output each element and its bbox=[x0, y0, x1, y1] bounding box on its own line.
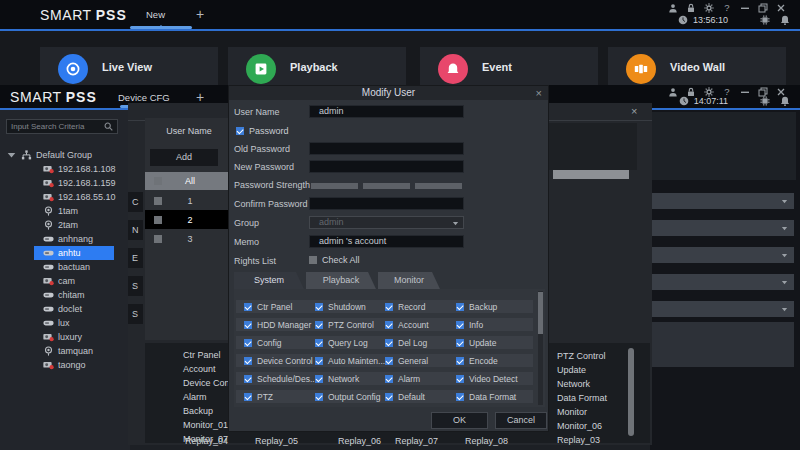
tree-item-cam[interactable]: cam bbox=[34, 274, 114, 288]
right-default[interactable]: Default bbox=[385, 392, 425, 402]
right-network[interactable]: Network bbox=[315, 374, 359, 384]
help-icon[interactable]: ? bbox=[722, 3, 732, 13]
chevron-down-icon[interactable] bbox=[6, 150, 17, 160]
right-checkbox[interactable] bbox=[244, 357, 252, 365]
tree-item-lux[interactable]: lux bbox=[34, 316, 114, 330]
rights-tab-playback[interactable]: Playback bbox=[306, 272, 376, 289]
cancel-button[interactable]: Cancel bbox=[495, 412, 547, 429]
right-ctr-panel[interactable]: Ctr Panel bbox=[244, 302, 292, 312]
right-checkbox[interactable] bbox=[456, 303, 464, 311]
user-icon[interactable] bbox=[668, 3, 678, 13]
tree-item-chitam[interactable]: chitam bbox=[34, 288, 114, 302]
user-row-2[interactable]: 2 bbox=[145, 210, 228, 229]
tree-root[interactable]: Default Group bbox=[0, 148, 130, 162]
right-del-log[interactable]: Del Log bbox=[385, 338, 427, 348]
user-row-3[interactable]: 3 bbox=[145, 229, 228, 248]
username-input[interactable]: admin bbox=[309, 105, 464, 118]
chevron-down-icon[interactable] bbox=[452, 220, 459, 227]
tree-item-doclet[interactable]: doclet bbox=[34, 302, 114, 316]
dropdown-field[interactable] bbox=[652, 193, 794, 209]
partial-button[interactable]: S bbox=[128, 304, 143, 324]
search-icon[interactable] bbox=[104, 122, 113, 131]
right-checkbox[interactable] bbox=[315, 375, 323, 383]
tree-item-luxury[interactable]: luxury bbox=[34, 330, 114, 344]
chevron-down-icon[interactable] bbox=[781, 306, 788, 313]
lock-icon[interactable] bbox=[686, 3, 696, 13]
right-checkbox[interactable] bbox=[456, 375, 464, 383]
partial-button[interactable]: E bbox=[128, 248, 143, 268]
right-checkbox[interactable] bbox=[315, 303, 323, 311]
bell-icon[interactable] bbox=[780, 96, 790, 106]
scrollbar[interactable] bbox=[538, 291, 543, 405]
right-checkbox[interactable] bbox=[456, 357, 464, 365]
scrollbar-thumb[interactable] bbox=[538, 292, 543, 334]
tree-item-1tam[interactable]: 1tam bbox=[34, 204, 114, 218]
scrollbar[interactable] bbox=[628, 348, 634, 436]
right-shutdown[interactable]: Shutdown bbox=[315, 302, 366, 312]
tree-item-anhtu[interactable]: anhtu bbox=[34, 246, 114, 260]
chevron-down-icon[interactable] bbox=[781, 198, 788, 205]
tree-item-2tam[interactable]: 2tam bbox=[34, 218, 114, 232]
right-checkbox[interactable] bbox=[456, 321, 464, 329]
rights-tab-system[interactable]: System bbox=[234, 272, 304, 289]
group-dropdown[interactable]: admin bbox=[309, 216, 464, 229]
partial-button[interactable]: S bbox=[128, 276, 143, 296]
right-checkbox[interactable] bbox=[315, 321, 323, 329]
right-video-detect[interactable]: Video Detect bbox=[456, 374, 518, 384]
chip-icon[interactable] bbox=[760, 15, 770, 25]
right-checkbox[interactable] bbox=[385, 339, 393, 347]
tree-item-192-168-1-159[interactable]: 192.168.1.159 bbox=[34, 176, 114, 190]
scrollbar[interactable] bbox=[553, 170, 629, 179]
right-account[interactable]: Account bbox=[385, 320, 429, 330]
check-all-checkbox[interactable] bbox=[309, 256, 317, 264]
bell-icon[interactable] bbox=[780, 15, 790, 25]
user-row-1[interactable]: 1 bbox=[145, 191, 228, 210]
right-checkbox[interactable] bbox=[244, 303, 252, 311]
close-icon[interactable] bbox=[776, 3, 786, 13]
tree-item-anhnang[interactable]: anhnang bbox=[34, 232, 114, 246]
right-info[interactable]: Info bbox=[456, 320, 483, 330]
confirm-password-input[interactable] bbox=[309, 197, 464, 210]
chip-icon[interactable] bbox=[760, 96, 770, 106]
right-checkbox[interactable] bbox=[244, 339, 252, 347]
right-checkbox[interactable] bbox=[315, 357, 323, 365]
close-icon[interactable]: × bbox=[536, 87, 542, 99]
settings-icon[interactable] bbox=[704, 3, 714, 13]
tree-item-192-168-1-108[interactable]: 192.168.1.108 bbox=[34, 162, 114, 176]
check-all-row[interactable]: Check All bbox=[309, 255, 360, 265]
right-data-format[interactable]: Data Format bbox=[456, 392, 516, 402]
right-checkbox[interactable] bbox=[244, 393, 252, 401]
right-checkbox[interactable] bbox=[315, 339, 323, 347]
right-hdd-manager[interactable]: HDD Manager bbox=[244, 320, 311, 330]
right-backup[interactable]: Backup bbox=[456, 302, 497, 312]
right-checkbox[interactable] bbox=[385, 357, 393, 365]
dropdown-field[interactable] bbox=[652, 301, 794, 317]
right-query-log[interactable]: Query Log bbox=[315, 338, 368, 348]
tree-item-bactuan[interactable]: bactuan bbox=[34, 260, 114, 274]
chevron-down-icon[interactable] bbox=[781, 225, 788, 232]
new-tab-button[interactable]: + bbox=[196, 91, 204, 103]
right-schedule-des-[interactable]: Schedule/Des... bbox=[244, 374, 317, 384]
right-checkbox[interactable] bbox=[385, 303, 393, 311]
tab-device-cfg[interactable]: Device CFG bbox=[118, 92, 170, 103]
close-icon[interactable]: × bbox=[631, 106, 637, 117]
right-update[interactable]: Update bbox=[456, 338, 496, 348]
user-icon[interactable] bbox=[668, 87, 678, 97]
rights-tab-monitor[interactable]: Monitor bbox=[378, 272, 440, 289]
password-checkbox[interactable] bbox=[236, 127, 244, 135]
right-checkbox[interactable] bbox=[244, 375, 252, 383]
tree-item-192-168-55-10[interactable]: 192.168.55.10 bbox=[34, 190, 114, 204]
add-user-button[interactable]: Add bbox=[150, 149, 218, 166]
select-all-row[interactable]: All bbox=[145, 172, 228, 190]
password-checkbox-row[interactable]: Password bbox=[236, 126, 289, 136]
right-device-control[interactable]: Device Control bbox=[244, 356, 313, 366]
partial-button[interactable]: N bbox=[128, 220, 143, 240]
right-general[interactable]: General bbox=[385, 356, 428, 366]
right-checkbox[interactable] bbox=[385, 375, 393, 383]
right-output-config[interactable]: Output Config bbox=[315, 392, 380, 402]
chevron-down-icon[interactable] bbox=[781, 252, 788, 259]
memo-input[interactable]: admin 's account bbox=[309, 235, 464, 248]
right-config[interactable]: Config bbox=[244, 338, 282, 348]
tree-item-tamquan[interactable]: tamquan bbox=[34, 344, 114, 358]
dropdown-field[interactable] bbox=[652, 274, 794, 290]
